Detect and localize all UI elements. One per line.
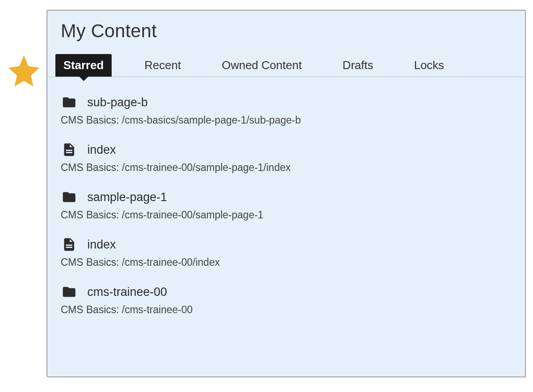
tab-owned-content[interactable]: Owned Content <box>214 54 310 77</box>
list-item[interactable]: cms-trainee-00 CMS Basics: /cms-trainee-… <box>61 279 512 326</box>
folder-icon <box>61 94 78 111</box>
list-item[interactable]: sample-page-1 CMS Basics: /cms-trainee-0… <box>61 184 512 232</box>
svg-rect-3 <box>66 247 72 248</box>
item-title: sample-page-1 <box>87 190 167 204</box>
item-title: cms-trainee-00 <box>87 285 167 299</box>
svg-rect-0 <box>66 150 72 151</box>
tab-locks[interactable]: Locks <box>406 54 452 77</box>
svg-rect-2 <box>66 245 72 246</box>
tab-starred[interactable]: Starred <box>55 54 112 77</box>
list-item[interactable]: sub-page-b CMS Basics: /cms-basics/sampl… <box>61 89 512 137</box>
tabs-row: Starred Recent Owned Content Drafts Lock… <box>47 54 525 77</box>
folder-icon <box>61 189 78 206</box>
tab-recent[interactable]: Recent <box>136 54 189 77</box>
star-icon <box>5 52 43 89</box>
svg-rect-1 <box>66 152 72 153</box>
item-path: CMS Basics: /cms-trainee-00/index <box>61 256 512 268</box>
folder-icon <box>61 283 78 300</box>
item-title: index <box>87 238 116 252</box>
item-title: sub-page-b <box>87 96 148 109</box>
page-title: My Content <box>47 11 525 54</box>
file-icon <box>61 236 78 253</box>
tab-drafts[interactable]: Drafts <box>335 54 381 77</box>
item-title: index <box>87 143 116 157</box>
item-path: CMS Basics: /cms-basics/sample-page-1/su… <box>61 114 512 126</box>
item-path: CMS Basics: /cms-trainee-00 <box>61 304 512 316</box>
list-item[interactable]: index CMS Basics: /cms-trainee-00/sample… <box>61 137 512 184</box>
item-path: CMS Basics: /cms-trainee-00/sample-page-… <box>61 162 512 174</box>
my-content-panel: My Content Starred Recent Owned Content … <box>47 10 526 377</box>
item-path: CMS Basics: /cms-trainee-00/sample-page-… <box>61 209 512 221</box>
file-icon <box>61 141 78 158</box>
starred-content-list: sub-page-b CMS Basics: /cms-basics/sampl… <box>47 77 525 326</box>
list-item[interactable]: index CMS Basics: /cms-trainee-00/index <box>61 232 512 279</box>
